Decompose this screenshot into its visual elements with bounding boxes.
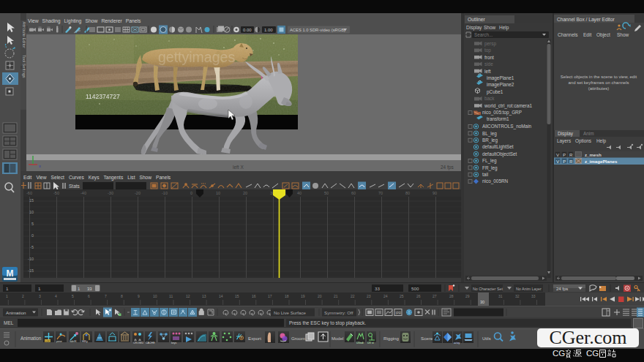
svg-text:UV st: UV st [367, 342, 374, 344]
svg-text:10: 10 [216, 191, 220, 195]
svg-text:28: 28 [449, 294, 454, 298]
svg-text:5: 5 [72, 294, 74, 298]
svg-text:Animation: Animation [6, 310, 26, 315]
svg-text:Animation: Animation [20, 336, 42, 341]
svg-text:20: 20 [318, 294, 322, 298]
svg-text:fabrIK: fabrIK [70, 340, 77, 343]
svg-text:keys: keys [171, 342, 177, 344]
svg-text:No Character Set: No Character Set [473, 287, 503, 291]
svg-text:0: 0 [190, 191, 192, 195]
svg-text:Symmetry: Off: Symmetry: Off [324, 310, 353, 315]
svg-text:front: front [484, 55, 494, 60]
svg-text:-10: -10 [28, 257, 34, 261]
svg-text:27: 27 [433, 294, 437, 298]
svg-text:-30: -30 [108, 191, 113, 195]
svg-text:imagePlane1: imagePlane1 [487, 75, 514, 81]
svg-text:17: 17 [268, 294, 272, 298]
svg-text:transform1: transform1 [487, 116, 509, 121]
svg-text:23: 23 [367, 294, 371, 298]
svg-text:1: 1 [6, 294, 8, 298]
svg-text:FR_leg: FR_leg [482, 165, 498, 171]
svg-text:1: 1 [6, 286, 9, 291]
svg-text:LOC: LOC [45, 340, 51, 343]
svg-text:4: 4 [55, 294, 57, 298]
svg-text:500: 500 [411, 286, 419, 291]
svg-text:persp: persp [484, 41, 496, 47]
svg-text:P: P [563, 159, 566, 164]
svg-text:Layers: Layers [557, 138, 571, 144]
svg-text:CG: CG [553, 349, 565, 358]
svg-text:nico_005RN: nico_005RN [482, 178, 509, 184]
svg-text:Help: Help [499, 25, 509, 31]
svg-text:30: 30 [480, 300, 484, 304]
svg-text:8: 8 [121, 294, 123, 298]
svg-text:UVedt: UVedt [356, 342, 364, 344]
svg-text:15: 15 [235, 294, 239, 298]
svg-text:world_ctrl_rot:camera1: world_ctrl_rot:camera1 [484, 103, 532, 109]
svg-text:-5: -5 [30, 245, 34, 249]
svg-text:26: 26 [416, 294, 421, 298]
svg-text:Utils: Utils [482, 336, 491, 341]
svg-text:left: left [484, 69, 491, 74]
svg-text:7: 7 [105, 294, 107, 298]
svg-text:Stats: Stats [69, 184, 80, 189]
svg-text:FL_leg: FL_leg [482, 158, 497, 164]
svg-text:defaultLightSet: defaultLightSet [482, 144, 514, 150]
svg-text:side: side [484, 61, 493, 67]
svg-text:22: 22 [351, 294, 355, 298]
svg-text:Display: Display [558, 131, 574, 137]
svg-text:13: 13 [202, 294, 206, 298]
svg-text:18: 18 [285, 294, 289, 298]
svg-text:-40: -40 [80, 191, 86, 195]
svg-text:ACES 1.0 SDR-video (sRGB): ACES 1.0 SDR-video (sRGB) [290, 28, 345, 32]
svg-text:40: 40 [297, 191, 302, 195]
svg-text:top: top [484, 48, 491, 53]
svg-text:12: 12 [186, 294, 190, 298]
svg-text:32: 32 [515, 294, 520, 298]
svg-text:-20: -20 [135, 191, 141, 195]
svg-text:-10: -10 [162, 191, 168, 195]
svg-text:1: 1 [38, 286, 41, 291]
svg-text:and set keyframes on channels: and set keyframes on channels [568, 80, 629, 85]
svg-text:3: 3 [39, 294, 41, 298]
svg-text:tail: tail [482, 172, 488, 177]
svg-text:AllCONTROLS_noMain: AllCONTROLS_noMain [482, 124, 532, 129]
svg-text:19: 19 [301, 294, 305, 298]
svg-text:11: 11 [169, 294, 173, 298]
svg-text:1.00: 1.00 [264, 28, 273, 32]
svg-text:IPR: IPR [396, 312, 402, 315]
svg-text:80: 80 [405, 191, 410, 195]
svg-text:Display: Display [466, 25, 482, 31]
svg-text:16: 16 [252, 294, 256, 298]
svg-text:Model: Model [332, 336, 343, 341]
svg-text:left X: left X [233, 165, 244, 170]
svg-text:Channel Box / Layer Editor: Channel Box / Layer Editor [557, 17, 615, 23]
svg-text:20: 20 [243, 191, 247, 195]
svg-text:CROWD: CROWD [133, 342, 143, 344]
svg-text:0: 0 [31, 233, 34, 238]
svg-text:Help: Help [596, 138, 607, 144]
svg-text:70: 70 [378, 191, 383, 195]
svg-text:Search...: Search... [474, 32, 493, 37]
svg-text:10: 10 [153, 294, 157, 298]
svg-text:50: 50 [324, 191, 329, 195]
svg-text:14: 14 [219, 294, 223, 298]
svg-text:2: 2 [22, 294, 24, 298]
svg-text:-50: -50 [53, 191, 59, 195]
svg-text:R: R [569, 152, 573, 157]
svg-text:z_mesh: z_mesh [585, 152, 602, 157]
svg-text:No Anim Layer: No Anim Layer [516, 287, 542, 291]
svg-text:Edit: Edit [583, 32, 591, 37]
svg-text:x: x [39, 164, 41, 168]
svg-text:Show: Show [484, 25, 496, 30]
svg-text:imagePlane2: imagePlane2 [487, 82, 514, 88]
svg-text:pose: pose [56, 340, 62, 343]
svg-text:nico_005:top_GRP: nico_005:top_GRP [482, 110, 522, 116]
svg-text:90: 90 [433, 191, 437, 195]
svg-text:9: 9 [138, 294, 140, 298]
svg-text:-15: -15 [28, 268, 34, 273]
svg-text:back: back [484, 96, 495, 101]
svg-text:33: 33 [531, 294, 536, 298]
svg-text:6: 6 [88, 294, 90, 298]
svg-text:HIKy: HIKy [82, 340, 88, 343]
